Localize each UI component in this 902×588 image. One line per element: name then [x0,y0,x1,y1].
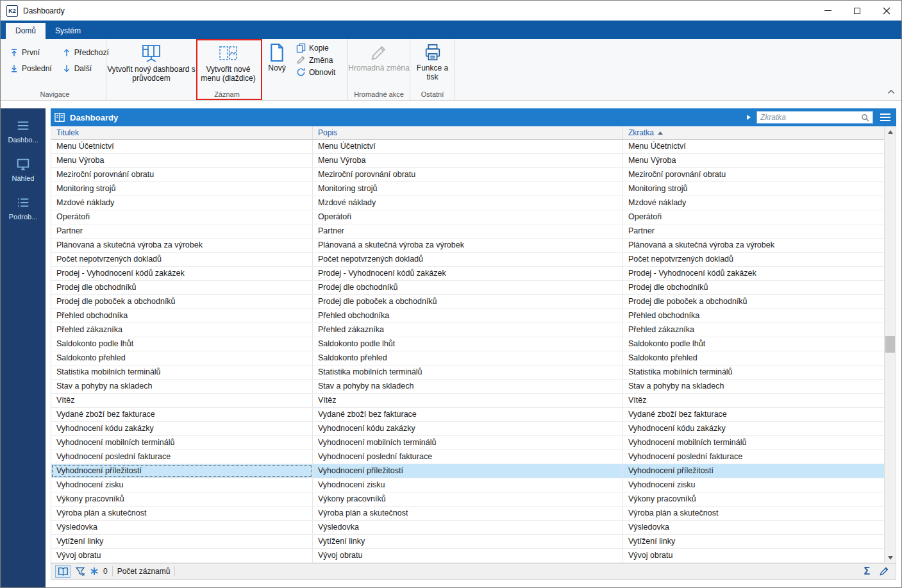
scrollbar-thumb[interactable] [885,336,895,353]
copy-label: Kopie [309,44,329,53]
app-window: K2 Dashboardy Domů Systém První Předcho [0,0,902,588]
maximize-icon [854,8,860,14]
table-row[interactable]: Prodej dle obchodníků Prodej dle obchodn… [51,281,884,295]
scroll-down-button[interactable] [885,552,896,563]
refresh-icon [296,67,306,77]
search-icon[interactable] [861,113,869,122]
scrollbar-track[interactable] [885,137,896,552]
change-button[interactable]: Změna [294,55,346,65]
table-row[interactable]: Vyhodnocení zisku Vyhodnocení zisku Vyho… [51,478,884,492]
cell-zkratka: Menu Účetnictví [623,140,884,153]
sidebar-item-podrobnosti[interactable]: Podrob... [2,189,44,227]
create-menu-tiles-button[interactable]: Vytvořit nové menu (dlaždice) [196,39,260,90]
cell-popis: Vítěz [313,394,623,407]
search-input[interactable] [760,113,858,122]
functions-print-button[interactable]: Funkce a tisk [410,39,455,90]
cell-popis: Stav a pohyby na skladech [313,380,623,393]
ribbon-group-ostatni: Funkce a tisk Ostatní [410,39,455,100]
table-row[interactable]: Saldokonto přehled Saldokonto přehled Sa… [51,351,884,365]
cell-popis: Přehled obchodníka [313,309,623,323]
table-row[interactable]: Vyhodnocení kódu zakázky Vyhodnocení kód… [51,422,884,436]
minimize-button[interactable] [813,1,842,21]
table-row[interactable]: Monitoring strojů Monitoring strojů Moni… [51,182,884,196]
table-row[interactable]: Menu Výroba Menu Výroba Menu Výroba [51,154,884,168]
condition-button[interactable] [90,565,99,578]
arrow-down-icon [62,64,71,73]
nav-last-button[interactable]: Poslední [10,61,52,76]
table-row[interactable]: Výkony pracovníků Výkony pracovníků Výko… [51,492,884,507]
book-view-toggle[interactable] [55,565,71,578]
cell-titulek: Vítěz [51,394,313,407]
refresh-label: Obnovit [309,68,335,77]
table-row[interactable]: Vyhodnocení příležitostí Vyhodnocení pří… [51,464,884,478]
table-row[interactable]: Saldokonto podle lhůt Saldokonto podle l… [51,337,884,351]
close-button[interactable] [872,1,901,21]
create-dashboard-wizard-button[interactable]: Vytvořit nový dashboard s průvodcem [106,39,196,90]
tab-domu[interactable]: Domů [6,23,46,39]
new-button[interactable]: Nový [260,39,294,90]
records-count-label[interactable]: Počet záznamů [117,567,171,576]
table-row[interactable]: Statistika mobilních terminálů Statistik… [51,365,884,380]
cell-zkratka: Plánovaná a skutečná výroba za výrobek [623,239,884,252]
new-label: Nový [268,64,285,73]
table-row[interactable]: Plánovaná a skutečná výroba za výrobek P… [51,239,884,253]
play-expand-icon[interactable] [746,114,752,121]
group-label-ostatni: Ostatní [410,90,455,98]
column-header-popis[interactable]: Popis [313,126,623,139]
table-row[interactable]: Partner Partner Partner [51,224,884,239]
table-row[interactable]: Vydané zboží bez fakturace Vydané zboží … [51,408,884,422]
cell-popis: Meziroční porovnání obratu [313,168,623,181]
cell-zkratka: Prodej - Vyhodnocení kódů zakázek [623,267,884,280]
condition-count: 0 [103,567,108,576]
nav-next-label: Další [74,64,92,73]
table-row[interactable]: Prodej - Vyhodnocení kódů zakázek Prodej… [51,267,884,281]
tab-system[interactable]: Systém [46,23,90,39]
table-row[interactable]: Výroba plán a skutečnost Výroba plán a s… [51,507,884,521]
sidebar-item-dashboardy[interactable]: Dashbo... [2,112,44,150]
column-header-titulek[interactable]: Titulek [51,126,313,139]
table-row[interactable]: Počet nepotvrzených dokladů Počet nepotv… [51,253,884,267]
table-row[interactable]: Prodej dle poboček a obchodníků Prodej d… [51,295,884,309]
table-row[interactable]: Vyhodnocení poslední fakturace Vyhodnoce… [51,450,884,464]
open-book-icon [58,567,69,576]
nav-first-button[interactable]: První [10,45,52,60]
filter-button[interactable] [75,565,85,578]
scroll-up-button[interactable] [885,126,896,137]
panel-menu-button[interactable] [878,110,893,124]
column-header-zkratka[interactable]: Zkratka [623,126,884,139]
table-row[interactable]: Vytížení linky Vytížení linky Vytížení l… [51,535,884,549]
cell-popis: Vytížení linky [313,535,623,548]
table-row[interactable]: Přehled obchodníka Přehled obchodníka Př… [51,309,884,323]
refresh-button[interactable]: Obnovit [294,67,346,77]
nav-next-button[interactable]: Další [62,61,109,76]
cell-titulek: Statistika mobilních terminálů [51,365,313,379]
table-row[interactable]: Výsledovka Výsledovka Výsledovka [51,521,884,535]
table-row[interactable]: Stav a pohyby na skladech Stav a pohyby … [51,380,884,394]
left-sidebar: Dashbo... Náhled Podrob... [1,108,46,587]
sidebar-item-nahled[interactable]: Náhled [2,150,44,189]
edit-pencil-button[interactable] [879,566,889,576]
details-list-icon [15,196,31,210]
arrow-up-to-bar-icon [10,48,19,57]
cell-popis: Vývoj obratu [313,549,623,562]
table-container: Titulek Popis Zkratka Menu Účetnictví Me… [51,126,896,563]
table-row[interactable]: Meziroční porovnání obratu Meziroční por… [51,168,884,182]
table-row[interactable]: Vyhodnocení mobilních terminálů Vyhodnoc… [51,436,884,450]
column-header-titulek-label: Titulek [56,128,79,137]
table-row[interactable]: Vývoj obratu Vývoj obratu Vývoj obratu [51,549,884,563]
nav-previous-button[interactable]: Předchozí [62,45,109,60]
table-row[interactable]: Přehled zákazníka Přehled zákazníka Přeh… [51,323,884,337]
sum-button[interactable]: Σ [864,566,870,576]
cell-titulek: Meziroční porovnání obratu [51,168,313,181]
copy-button[interactable]: Kopie [294,43,346,53]
cell-zkratka: Vydané zboží bez fakturace [623,408,884,421]
bulk-change-button[interactable]: Hromadná změna [348,39,410,90]
nav-previous-label: Předchozí [74,48,109,57]
table-row[interactable]: Operátoři Operátoři Operátoři [51,210,884,224]
table-row[interactable]: Mzdové náklady Mzdové náklady Mzdové nák… [51,196,884,210]
table-row[interactable]: Menu Účetnictví Menu Účetnictví Menu Úče… [51,140,884,154]
table-row[interactable]: Vítěz Vítěz Vítěz [51,394,884,408]
maximize-button[interactable] [842,1,872,21]
vertical-scrollbar[interactable] [884,126,896,563]
ribbon-collapse-button[interactable] [887,85,895,97]
